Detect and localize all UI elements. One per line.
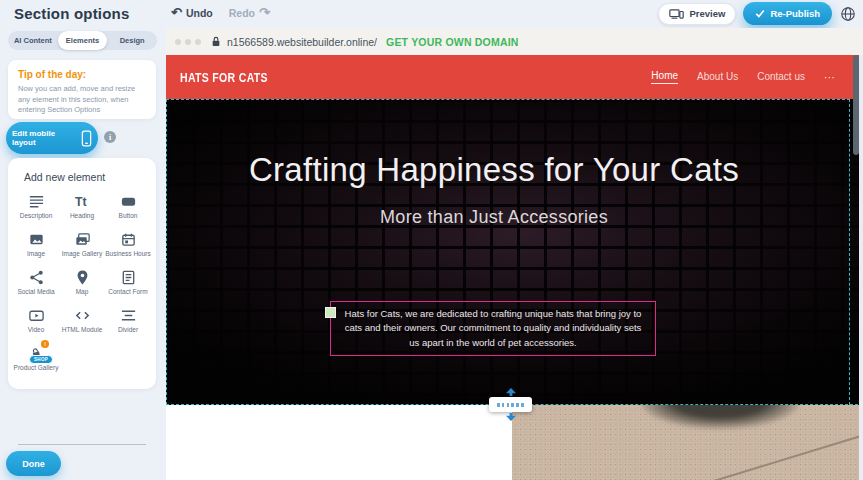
hero-background-image [166,99,859,405]
video-icon [27,306,45,324]
lock-icon [211,36,221,47]
element-grid: Description Tt Heading Button Image [8,183,156,382]
tab-elements[interactable]: Elements [58,31,108,50]
divider-icon [119,306,137,324]
browser-address-bar: n1566589.websitebuilder.online/ GET YOUR… [166,28,863,55]
redo-button[interactable]: Redo ↷ [229,6,270,19]
redo-icon: ↷ [259,6,270,19]
site-logo[interactable]: HATS FOR CATS [180,70,268,85]
site-nav: Home About Us Contact us ⋯ [651,55,835,99]
check-icon [755,9,765,18]
element-item-product-gallery[interactable]: ! SHOP Product Gallery [13,344,59,382]
carpet-seam-line [707,432,863,480]
new-badge-icon: ! [41,340,49,348]
heading-icon: Tt [73,192,91,210]
edit-mobile-label: Edit mobile layout [12,129,75,147]
window-dots-icon [175,39,201,45]
undo-label: Undo [186,7,213,19]
image-gallery-icon [73,230,91,248]
preview-button[interactable]: Preview [658,3,736,25]
element-item-description[interactable]: Description [13,192,59,230]
carpet-photo [512,405,863,480]
tip-body: Now you can add, move and resize any ele… [18,84,146,116]
site-url[interactable]: n1566589.websitebuilder.online/ [227,36,377,48]
nav-item-home[interactable]: Home [651,70,678,84]
hero-subheading[interactable]: More than Just Accessories [214,207,774,228]
image-icon [27,230,45,248]
resize-arrow-up-icon [505,388,517,396]
scrollbar-track[interactable] [859,55,863,480]
sidebar-divider [18,444,146,445]
language-globe-button[interactable] [839,5,857,23]
cat-shadow [640,405,800,429]
hero-paragraph: Hats for Cats, we are dedicated to craft… [341,307,645,350]
element-item-html-module[interactable]: HTML Module [59,306,105,344]
element-item-contact-form[interactable]: Contact Form [105,268,151,306]
republish-button[interactable]: Re-Publish [743,2,832,25]
undo-icon: ↶ [171,6,182,19]
nav-item-about-us[interactable]: About Us [697,71,738,84]
html-code-icon [73,306,91,324]
tip-title: Tip of the day: [18,69,146,80]
element-drag-handle[interactable] [325,307,336,318]
republish-label: Re-Publish [770,8,820,19]
app-window: Section options ↶ Undo Redo ↷ Preview Re… [0,0,863,480]
undo-button[interactable]: ↶ Undo [171,6,213,19]
edit-mobile-layout-button[interactable]: Edit mobile layout [6,122,98,154]
scrollbar-thumb[interactable] [853,55,859,155]
product-gallery-icon: ! SHOP [27,344,45,362]
business-hours-icon [119,230,137,248]
element-item-map[interactable]: Map [59,268,105,306]
element-item-image[interactable]: Image [13,230,59,268]
preview-label: Preview [689,8,725,19]
element-item-button[interactable]: Button [105,192,151,230]
element-item-video[interactable]: Video [13,306,59,344]
tip-of-the-day-card: Tip of the day: Now you can add, move an… [8,60,156,119]
section-resize-handle[interactable] [489,397,532,412]
shop-badge: SHOP [29,355,53,364]
button-icon [119,192,137,210]
done-label: Done [22,459,45,469]
add-element-panel: Add new element Description Tt Heading B… [8,158,156,389]
element-item-heading[interactable]: Tt Heading [59,192,105,230]
redo-label: Redo [229,7,255,19]
hero-copy: Crafting Happiness for Your Cats More th… [214,149,774,228]
info-icon[interactable]: i [104,131,116,143]
get-domain-link[interactable]: GET YOUR OWN DOMAIN [386,36,519,48]
add-element-title: Add new element [8,158,156,183]
hero-section[interactable]: Crafting Happiness for Your Cats More th… [166,99,859,405]
sidebar-tabs: AI Content Elements Design [8,31,157,50]
devices-icon [669,8,684,20]
top-actions: Preview Re-Publish [658,2,857,25]
svg-text:Tt: Tt [74,194,86,208]
description-icon [27,192,45,210]
hero-heading[interactable]: Crafting Happiness for Your Cats [214,149,774,192]
map-pin-icon [73,268,91,286]
phone-icon [81,130,92,147]
site-header-section[interactable]: HATS FOR CATS Home About Us Contact us ⋯ [166,55,859,99]
nav-more-icon[interactable]: ⋯ [824,71,835,84]
contact-form-icon [119,268,137,286]
grip-dots-icon [497,403,525,407]
done-button[interactable]: Done [6,451,61,476]
social-media-icon [27,268,45,286]
element-item-divider[interactable]: Divider [105,306,151,344]
selected-text-element[interactable]: Hats for Cats, we are dedicated to craft… [330,301,656,356]
element-item-business-hours[interactable]: Business Hours [105,230,151,268]
page-title: Section options [14,5,130,22]
nav-item-contact-us[interactable]: Contact us [757,71,805,84]
tab-design[interactable]: Design [107,31,157,50]
tab-ai-content[interactable]: AI Content [8,31,58,50]
element-item-image-gallery[interactable]: Image Gallery [59,230,105,268]
undo-redo-group: ↶ Undo Redo ↷ [171,6,270,19]
element-item-social-media[interactable]: Social Media [13,268,59,306]
resize-arrow-down-icon [505,413,517,421]
